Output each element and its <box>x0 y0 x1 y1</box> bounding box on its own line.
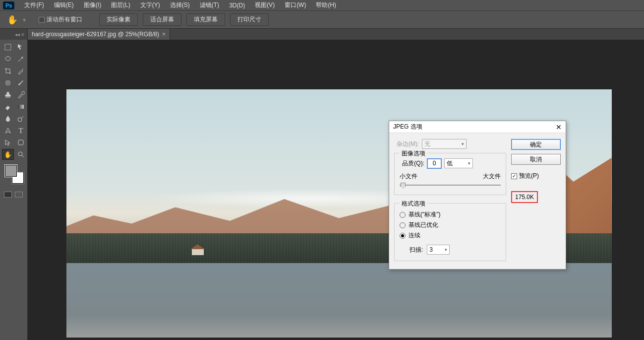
pen-tool-icon[interactable] <box>2 125 14 136</box>
dialog-titlebar[interactable]: JPEG 选项 ✕ <box>389 121 566 133</box>
large-file-label: 大文件 <box>483 172 501 181</box>
menu-edit[interactable]: 编辑(E) <box>49 0 79 10</box>
menu-filter[interactable]: 滤镜(T) <box>195 0 224 10</box>
toolbox: T ✋ <box>0 40 28 340</box>
type-tool-icon[interactable]: T <box>15 125 27 136</box>
menu-image[interactable]: 图像(I) <box>79 0 106 10</box>
quickmask-icon[interactable] <box>4 192 12 198</box>
matte-select: 无▾ <box>422 139 467 149</box>
ok-button[interactable]: 确定 <box>511 139 561 150</box>
quality-slider[interactable] <box>400 182 501 189</box>
svg-point-1 <box>5 57 10 61</box>
scans-select[interactable]: 3▾ <box>427 245 450 255</box>
gradient-tool-icon[interactable] <box>15 101 27 112</box>
slider-thumb[interactable] <box>401 183 406 189</box>
svg-point-4 <box>18 118 22 122</box>
actual-pixels-button[interactable]: 实际像素 <box>99 13 138 26</box>
menu-help[interactable]: 帮助(H) <box>311 0 341 10</box>
quality-input[interactable] <box>427 159 441 168</box>
small-file-label: 小文件 <box>400 172 417 181</box>
dodge-tool-icon[interactable] <box>15 113 27 124</box>
menu-view[interactable]: 视图(V) <box>250 0 280 10</box>
svg-rect-5 <box>18 140 23 145</box>
radio-optimized[interactable]: 基线已优化 <box>400 221 501 229</box>
blur-tool-icon[interactable] <box>2 113 14 124</box>
quality-preset-select[interactable]: 低▾ <box>444 158 473 168</box>
crop-tool-icon[interactable] <box>2 66 14 76</box>
filesize-value: 175.0K <box>511 191 538 203</box>
cancel-button[interactable]: 取消 <box>511 154 561 165</box>
preview-checkbox[interactable]: 预览(P) <box>511 172 561 180</box>
foreground-color[interactable] <box>5 165 17 177</box>
quality-label: 品质(Q): <box>400 159 424 168</box>
eraser-tool-icon[interactable] <box>2 101 14 112</box>
app-logo: Ps <box>3 1 14 9</box>
marquee-tool-icon[interactable] <box>2 42 14 53</box>
history-brush-tool-icon[interactable] <box>15 89 27 100</box>
panel-collapse-icon[interactable]: ◂◂ ≡ <box>0 29 28 40</box>
fit-screen-button[interactable]: 适合屏幕 <box>143 13 181 26</box>
format-options-legend: 格式选项 <box>400 200 427 208</box>
close-icon[interactable]: ✕ <box>556 123 562 131</box>
scans-label: 扫描: <box>410 246 423 254</box>
format-options-fieldset: 格式选项 基线("标准") 基线已优化 连续 扫描: 3▾ <box>394 203 506 261</box>
options-bar: ✋ ▾ 滚动所有窗口 实际像素 适合屏幕 填充屏幕 打印尺寸 <box>0 11 644 29</box>
healing-brush-tool-icon[interactable] <box>2 77 14 88</box>
matte-label: 杂边(M): <box>394 140 419 148</box>
move-tool-icon[interactable] <box>15 42 27 53</box>
jpeg-options-dialog: JPEG 选项 ✕ 杂边(M): 无▾ 图像选项 品质(Q): 低▾ <box>389 121 566 270</box>
svg-point-6 <box>18 152 22 156</box>
lasso-tool-icon[interactable] <box>2 54 14 65</box>
fill-screen-button[interactable]: 填充屏幕 <box>186 13 225 26</box>
hand-tool-icon[interactable]: ✋ <box>7 14 18 25</box>
color-swatches[interactable] <box>5 165 25 185</box>
hand-tool-icon-toolbox[interactable]: ✋ <box>2 149 14 160</box>
menu-3d[interactable]: 3D(D) <box>224 1 250 10</box>
screenmode-icon[interactable] <box>15 192 23 198</box>
menu-file[interactable]: 文件(F) <box>19 0 49 10</box>
stamp-tool-icon[interactable] <box>2 89 14 100</box>
svg-rect-3 <box>18 105 24 109</box>
menu-layer[interactable]: 图层(L) <box>106 0 135 10</box>
document-title: hard-grossgasteiger-629167.jpg @ 25%(RGB… <box>32 31 159 38</box>
print-size-button[interactable]: 打印尺寸 <box>230 13 269 26</box>
document-tab-bar: ◂◂ ≡ hard-grossgasteiger-629167.jpg @ 25… <box>0 29 644 40</box>
radio-baseline[interactable]: 基线("标准") <box>400 210 501 219</box>
menu-bar: Ps 文件(F) 编辑(E) 图像(I) 图层(L) 文字(Y) 选择(S) 滤… <box>0 0 644 11</box>
shape-tool-icon[interactable] <box>15 137 27 148</box>
radio-progressive[interactable]: 连续 <box>400 231 501 240</box>
magic-wand-tool-icon[interactable] <box>15 54 27 65</box>
document-tab[interactable]: hard-grossgasteiger-629167.jpg @ 25%(RGB… <box>28 29 170 40</box>
close-tab-icon[interactable]: × <box>162 31 166 38</box>
image-options-legend: 图像选项 <box>400 149 427 158</box>
eyedropper-tool-icon[interactable] <box>15 66 27 76</box>
brush-tool-icon[interactable] <box>15 77 27 88</box>
path-select-tool-icon[interactable] <box>2 137 14 148</box>
menu-type[interactable]: 文字(Y) <box>135 0 165 10</box>
menu-window[interactable]: 窗口(W) <box>280 0 311 10</box>
image-options-fieldset: 图像选项 品质(Q): 低▾ 小文件 大文件 <box>394 153 506 195</box>
dialog-title: JPEG 选项 <box>393 123 422 131</box>
scroll-all-windows-checkbox[interactable]: 滚动所有窗口 <box>39 15 82 24</box>
svg-rect-0 <box>5 44 11 50</box>
menu-select[interactable]: 选择(S) <box>165 0 195 10</box>
zoom-tool-icon[interactable] <box>15 149 27 160</box>
